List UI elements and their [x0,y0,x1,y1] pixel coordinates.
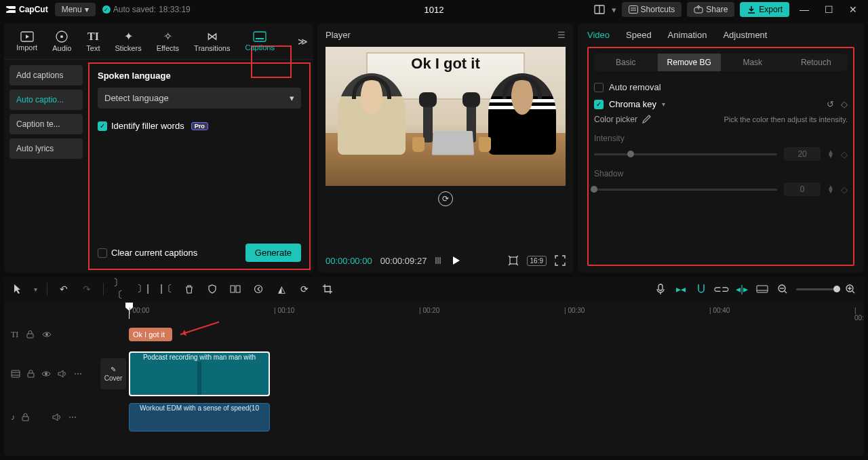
zoom-out-icon[interactable] [776,284,789,294]
keyframe-icon[interactable]: ◇ [841,149,848,159]
chevron-down-icon[interactable]: ▾ [612,5,616,15]
slider-thumb[interactable] [591,186,597,193]
tab-adjustment[interactable]: Adjustment [723,30,767,40]
lock-icon[interactable] [26,330,34,339]
undo-icon[interactable]: ↶ [57,284,71,294]
slider-thumb[interactable] [627,151,634,157]
crop-shield-icon[interactable] [205,284,219,294]
zoom-in-icon[interactable] [844,284,857,294]
video-preview[interactable]: Ok I got it [326,47,566,186]
rotate-icon[interactable]: ⟳ [298,284,311,294]
more-tabs-button[interactable]: ≫ [298,36,308,47]
tab-audio[interactable]: Audio [45,26,78,56]
minimize-button[interactable]: — [795,4,814,15]
tab-import[interactable]: Import [9,27,44,56]
reverse-icon[interactable] [252,284,265,294]
clear-captions-checkbox[interactable]: Clear current captions [98,248,197,258]
lock-icon[interactable] [22,413,29,421]
snap-icon[interactable]: ▸◂ [674,284,688,294]
lock-icon[interactable] [27,370,35,378]
auto-removal-checkbox[interactable]: Auto removal [594,82,848,92]
audio-track-icon[interactable]: ♪ [11,413,15,422]
eye-icon[interactable] [42,331,52,338]
subtab-retouch[interactable]: Retouch [785,54,848,71]
preview-icon[interactable] [755,285,769,293]
crop-icon[interactable] [321,284,334,294]
identify-filler-checkbox[interactable]: ✓ Identify filler words Pro [98,121,301,131]
play-button[interactable] [452,256,460,265]
delete-icon[interactable] [182,284,196,294]
keyframe-icon[interactable]: ◇ [841,185,848,195]
generate-button[interactable]: Generate [245,244,301,262]
tab-transitions[interactable]: ⋈ Transitions [187,26,237,56]
select-tool-icon[interactable] [11,284,24,294]
shortcuts-button[interactable]: Shortcuts [622,2,682,17]
trim-left-icon[interactable]: 〕| [136,283,150,295]
more-icon[interactable]: ⋯ [74,369,82,379]
audio-clip[interactable]: Workout EDM with a sense of speed(10 [129,403,270,432]
keyframe-icon[interactable]: ◇ [841,99,848,109]
mic-record-icon[interactable] [654,284,667,294]
slider-thumb[interactable] [833,286,840,292]
subtab-mask[interactable]: Mask [721,54,785,71]
track-body[interactable]: ✎ Cover Podcast recording with man man w… [98,350,864,398]
mute-icon[interactable] [52,413,62,421]
maximize-button[interactable]: ☐ [819,4,838,15]
reset-icon[interactable]: ↺ [827,99,834,109]
split-icon[interactable]: 〕〔 [113,277,127,301]
magnet-icon[interactable] [694,284,708,294]
track-body[interactable]: Workout EDM with a sense of speed(10 [98,402,864,433]
share-button[interactable]: Share [687,2,734,17]
stepper-icon[interactable]: ▲▼ [827,185,834,193]
language-select[interactable]: Detect language ▾ [98,88,301,109]
mirror-icon[interactable]: ◭ [275,284,288,294]
checkbox-on-icon[interactable]: ✓ [594,100,604,109]
stepper-icon[interactable]: ▲▼ [827,150,834,158]
eyedropper-icon[interactable] [642,115,651,124]
link-icon[interactable]: ⊂⊃ [715,284,728,294]
player-menu-icon[interactable]: ☰ [557,30,566,40]
aspect-ratio[interactable]: 16:9 [527,256,547,266]
track-body[interactable]: Ok I got it [98,323,864,346]
menu-button[interactable]: Menu ▾ [55,3,96,16]
intensity-value[interactable]: 20 [784,147,821,161]
tab-effects[interactable]: ✧ Effects [150,26,186,56]
subtab-basic[interactable]: Basic [594,54,658,71]
align-icon[interactable]: ◂|▸ [735,284,749,294]
eye-icon[interactable] [41,370,51,377]
tab-captions[interactable]: Captions [238,27,281,56]
export-button[interactable]: Export [740,2,789,17]
text-track-icon[interactable]: TI [11,330,18,340]
more-icon[interactable]: ⋯ [68,413,77,422]
caption-clip[interactable]: Ok I got it [129,328,172,341]
time-ruler[interactable]: | 00:00 | 00:10 | 00:20 | 00:30 | 00:40 … [98,304,864,319]
tab-video[interactable]: Video [587,30,610,40]
tab-stickers[interactable]: ✦ Stickers [108,26,149,56]
chevron-down-icon[interactable]: ▾ [662,100,665,108]
sidebar-add-captions[interactable]: Add captions [9,65,83,85]
redo-icon[interactable]: ↷ [80,284,94,294]
trim-right-icon[interactable]: |〔 [159,283,173,295]
tab-animation[interactable]: Animation [668,30,707,40]
sidebar-auto-lyrics[interactable]: Auto lyrics [9,138,83,159]
subtab-remove-bg[interactable]: Remove BG [658,54,722,71]
layout-icon[interactable] [593,5,606,14]
tab-text[interactable]: TI Text [79,26,106,56]
intensity-slider[interactable] [594,153,777,155]
prev-frame-button[interactable] [435,256,444,265]
fullscreen-icon[interactable] [555,255,566,266]
sync-icon[interactable]: ⟳ [438,191,453,206]
mute-icon[interactable] [58,370,67,378]
tab-speed[interactable]: Speed [626,30,652,40]
zoom-slider[interactable] [796,288,837,290]
sidebar-caption-templates[interactable]: Caption te... [9,114,83,134]
video-clip[interactable]: Podcast recording with man man with [129,351,270,396]
group-icon[interactable] [229,285,242,293]
sidebar-auto-captions[interactable]: Auto captio... [9,90,83,110]
close-button[interactable]: ✕ [844,4,863,15]
shadow-slider[interactable] [594,189,777,191]
shadow-value[interactable]: 0 [784,183,821,196]
cover-button[interactable]: ✎ Cover [100,358,126,389]
compare-icon[interactable] [508,255,519,266]
video-track-icon[interactable] [11,370,20,378]
